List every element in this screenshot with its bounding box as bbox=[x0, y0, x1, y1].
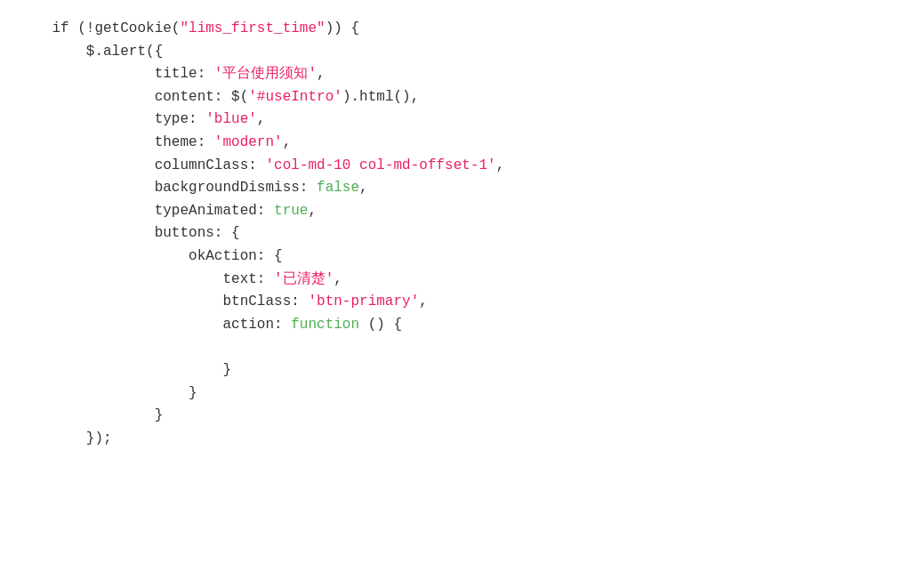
code-plain: , bbox=[359, 177, 368, 200]
code-plain: buttons: { bbox=[155, 222, 240, 245]
code-indent bbox=[18, 18, 52, 41]
code-plain: } bbox=[155, 405, 164, 428]
code-boolean: true bbox=[274, 200, 308, 223]
code-line: theme: 'modern', bbox=[0, 132, 924, 155]
code-plain: , bbox=[283, 132, 292, 155]
code-plain: okAction: { bbox=[189, 245, 283, 269]
code-indent bbox=[18, 132, 155, 155]
code-plain: } bbox=[189, 382, 197, 406]
code-string: '#useIntro' bbox=[248, 86, 342, 109]
code-line: title: '平台使用须知', bbox=[0, 63, 924, 86]
code-plain: typeAnimated: bbox=[155, 200, 274, 223]
code-string: 'modern' bbox=[214, 132, 283, 155]
code-line: $.alert({ bbox=[0, 41, 924, 64]
code-indent bbox=[18, 291, 222, 314]
code-indent bbox=[18, 41, 86, 64]
code-indent bbox=[18, 269, 222, 292]
code-line: if (!getCookie("lims_first_time")) { bbox=[0, 18, 924, 41]
code-line: } bbox=[0, 405, 924, 428]
code-plain: backgroundDismiss: bbox=[155, 177, 317, 200]
code-line: okAction: { bbox=[0, 245, 924, 269]
code-indent bbox=[18, 177, 155, 200]
code-indent bbox=[18, 428, 86, 451]
code-line: type: 'blue', bbox=[0, 109, 924, 132]
code-plain: $.alert({ bbox=[86, 41, 163, 64]
code-line: btnClass: 'btn-primary', bbox=[0, 291, 924, 314]
code-plain: if (!getCookie( bbox=[52, 18, 180, 41]
code-plain: title: bbox=[155, 63, 214, 86]
code-indent bbox=[18, 109, 155, 132]
code-plain: () { bbox=[359, 314, 402, 337]
code-indent bbox=[18, 405, 155, 428]
code-function-keyword: function bbox=[291, 314, 359, 337]
code-plain: ).html(), bbox=[342, 86, 419, 109]
code-plain: , bbox=[333, 269, 342, 292]
code-line bbox=[0, 336, 924, 359]
code-string: 'col-md-10 col-md-offset-1' bbox=[265, 155, 495, 178]
code-plain: action: bbox=[222, 314, 291, 337]
code-string: '平台使用须知' bbox=[214, 63, 317, 86]
code-boolean: false bbox=[317, 177, 359, 200]
code-indent bbox=[18, 86, 155, 109]
code-indent bbox=[18, 222, 155, 245]
code-plain: , bbox=[317, 63, 325, 86]
code-indent bbox=[18, 155, 155, 178]
code-string: 'btn-primary' bbox=[308, 291, 419, 314]
code-plain: , bbox=[419, 291, 428, 314]
code-line: typeAnimated: true, bbox=[0, 200, 924, 223]
code-indent bbox=[18, 63, 155, 86]
code-line: content: $('#useIntro').html(), bbox=[0, 86, 924, 109]
code-plain: , bbox=[308, 200, 317, 223]
code-indent bbox=[18, 359, 222, 382]
code-indent bbox=[18, 382, 189, 406]
code-indent bbox=[18, 200, 155, 223]
code-line: } bbox=[0, 382, 924, 406]
code-plain: } bbox=[222, 359, 231, 382]
code-line: columnClass: 'col-md-10 col-md-offset-1'… bbox=[0, 155, 924, 178]
code-string: '已清楚' bbox=[274, 269, 333, 292]
code-plain: columnClass: bbox=[155, 155, 266, 178]
code-plain: }); bbox=[86, 428, 112, 451]
code-plain: text: bbox=[222, 269, 274, 292]
code-plain: )) { bbox=[325, 18, 359, 41]
code-plain: theme: bbox=[155, 132, 214, 155]
code-container: if (!getCookie("lims_first_time")) { $.a… bbox=[0, 0, 924, 563]
code-plain: , bbox=[496, 155, 505, 178]
code-line: backgroundDismiss: false, bbox=[0, 177, 924, 200]
code-line: action: function () { bbox=[0, 314, 924, 337]
code-string: 'blue' bbox=[205, 109, 257, 132]
code-line: text: '已清楚', bbox=[0, 269, 924, 292]
code-indent bbox=[18, 245, 189, 269]
code-string: "lims_first_time" bbox=[180, 18, 325, 41]
code-plain: btnClass: bbox=[222, 291, 308, 314]
code-line: }); bbox=[0, 428, 924, 451]
code-plain: content: $( bbox=[155, 86, 249, 109]
code-plain: , bbox=[257, 109, 266, 132]
code-line: } bbox=[0, 359, 924, 382]
code-plain: type: bbox=[155, 109, 206, 132]
code-line: buttons: { bbox=[0, 222, 924, 245]
code-indent bbox=[18, 314, 222, 337]
